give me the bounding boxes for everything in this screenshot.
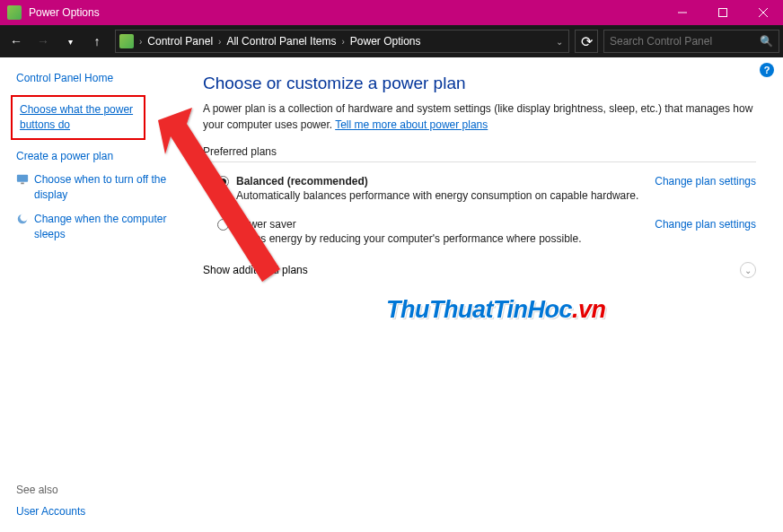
svg-rect-5 — [21, 183, 24, 185]
sidebar: Control Panel Home Choose what the power… — [0, 57, 185, 532]
search-box[interactable]: 🔍 — [603, 30, 779, 53]
change-settings-link[interactable]: Change plan settings — [655, 218, 756, 231]
navbar: ← → ▾ ↑ › Control Panel › All Control Pa… — [0, 25, 783, 57]
main-panel: Choose or customize a power plan A power… — [185, 57, 783, 532]
search-input[interactable] — [610, 35, 760, 48]
watermark: ThuThuatTinHoc.vn — [386, 296, 606, 324]
plan-name: Power saver — [236, 218, 655, 231]
plan-name: Balanced (recommended) — [236, 175, 655, 188]
app-icon — [7, 5, 22, 20]
content: ? Control Panel Home Choose what the pow… — [0, 57, 783, 532]
moon-icon — [16, 213, 29, 225]
plan-radio[interactable] — [217, 176, 229, 188]
search-icon[interactable]: 🔍 — [760, 35, 773, 48]
chevron-icon[interactable]: › — [339, 37, 346, 47]
recent-dropdown[interactable]: ▾ — [57, 29, 83, 54]
page-heading: Choose or customize a power plan — [203, 74, 756, 93]
refresh-button[interactable]: ⟳ — [575, 30, 598, 53]
plan-radio[interactable] — [217, 219, 229, 231]
plan-desc: Saves energy by reducing your computer's… — [236, 232, 655, 245]
show-additional-plans[interactable]: Show additional plans ⌄ — [203, 257, 756, 282]
minimize-button[interactable] — [662, 0, 702, 25]
back-button[interactable]: ← — [4, 29, 29, 54]
history-dropdown[interactable]: ⌄ — [554, 37, 565, 47]
see-also-label: See also — [16, 484, 58, 496]
window-title: Power Options — [29, 6, 662, 19]
turn-off-display-link[interactable]: Choose when to turn off the display — [16, 172, 178, 203]
breadcrumb-seg[interactable]: All Control Panel Items — [223, 35, 339, 48]
plan-balanced: Balanced (recommended) Automatically bal… — [203, 171, 756, 214]
highlight-annotation: Choose what the power buttons do — [11, 95, 145, 140]
svg-rect-4 — [17, 175, 28, 182]
user-accounts-link[interactable]: User Accounts — [16, 505, 85, 518]
choose-buttons-link[interactable]: Choose what the power buttons do — [20, 102, 136, 133]
cp-home-link[interactable]: Control Panel Home — [16, 72, 178, 84]
chevron-icon[interactable]: › — [137, 37, 144, 47]
breadcrumb-seg[interactable]: Control Panel — [144, 35, 216, 48]
titlebar: Power Options — [0, 0, 783, 25]
plan-powersaver: Power saver Saves energy by reducing you… — [203, 214, 756, 257]
learn-more-link[interactable]: Tell me more about power plans — [335, 118, 488, 131]
svg-rect-1 — [718, 9, 726, 17]
expand-icon[interactable]: ⌄ — [740, 262, 756, 278]
up-button[interactable]: ↑ — [84, 29, 110, 54]
breadcrumb[interactable]: › Control Panel › All Control Panel Item… — [115, 30, 569, 53]
maximize-button[interactable] — [702, 0, 743, 25]
breadcrumb-seg[interactable]: Power Options — [347, 35, 425, 48]
computer-sleeps-link[interactable]: Change when the computer sleeps — [16, 212, 178, 242]
close-button[interactable] — [743, 0, 783, 25]
forward-button[interactable]: → — [31, 29, 56, 54]
page-description: A power plan is a collection of hardware… — [203, 100, 756, 133]
change-settings-link[interactable]: Change plan settings — [655, 175, 756, 188]
chevron-icon[interactable]: › — [216, 37, 223, 47]
cp-icon — [119, 34, 134, 48]
monitor-icon — [16, 173, 29, 186]
plan-desc: Automatically balances performance with … — [236, 189, 655, 202]
svg-point-7 — [20, 214, 28, 222]
preferred-plans-header: Preferred plans — [203, 145, 756, 162]
create-plan-link[interactable]: Create a power plan — [16, 149, 178, 164]
